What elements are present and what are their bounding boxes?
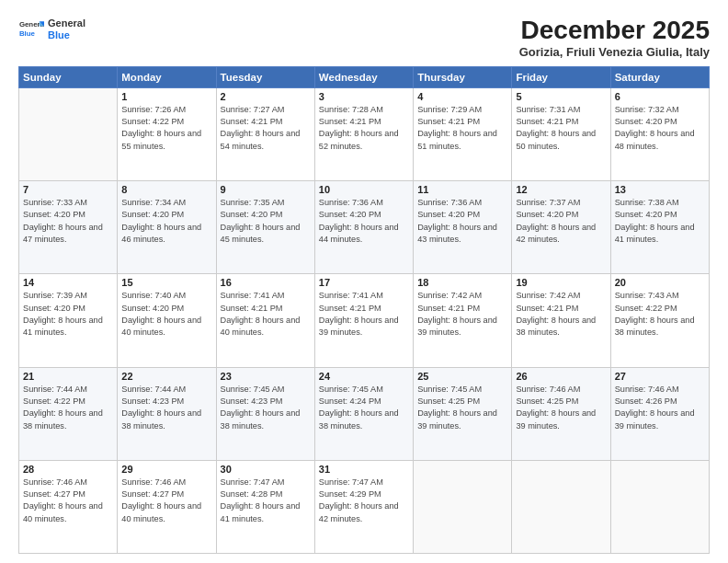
- day-info: Sunrise: 7:31 AMSunset: 4:21 PMDaylight:…: [516, 104, 606, 153]
- day-info: Sunrise: 7:44 AMSunset: 4:23 PMDaylight:…: [121, 384, 211, 432]
- page: General Blue General Blue December 2025 …: [0, 0, 728, 563]
- calendar-cell: 30Sunrise: 7:47 AMSunset: 4:28 PMDayligh…: [216, 460, 314, 553]
- logo-blue: Blue: [48, 29, 85, 41]
- day-info: Sunrise: 7:46 AMSunset: 4:27 PMDaylight:…: [23, 477, 113, 525]
- calendar-cell: 13Sunrise: 7:38 AMSunset: 4:20 PMDayligh…: [610, 181, 709, 274]
- calendar-cell: 2Sunrise: 7:27 AMSunset: 4:21 PMDaylight…: [216, 87, 314, 180]
- calendar-cell: 4Sunrise: 7:29 AMSunset: 4:21 PMDaylight…: [414, 87, 512, 180]
- title-block: December 2025 Gorizia, Friuli Venezia Gi…: [519, 17, 710, 59]
- day-info: Sunrise: 7:42 AMSunset: 4:21 PMDaylight:…: [417, 290, 507, 339]
- calendar-cell: 10Sunrise: 7:36 AMSunset: 4:20 PMDayligh…: [314, 181, 413, 274]
- day-number: 10: [319, 184, 409, 195]
- calendar-cell: 20Sunrise: 7:43 AMSunset: 4:22 PMDayligh…: [610, 274, 709, 367]
- day-info: Sunrise: 7:45 AMSunset: 4:24 PMDaylight:…: [319, 384, 409, 432]
- calendar-cell: 18Sunrise: 7:42 AMSunset: 4:21 PMDayligh…: [414, 274, 512, 367]
- calendar-cell: 8Sunrise: 7:34 AMSunset: 4:20 PMDaylight…: [118, 181, 216, 274]
- calendar-cell: 22Sunrise: 7:44 AMSunset: 4:23 PMDayligh…: [118, 367, 216, 460]
- day-number: 3: [319, 91, 409, 102]
- calendar-cell: [414, 460, 512, 553]
- calendar-cell: [610, 460, 709, 553]
- calendar-cell: 7Sunrise: 7:33 AMSunset: 4:20 PMDaylight…: [19, 181, 118, 274]
- calendar-cell: 26Sunrise: 7:46 AMSunset: 4:25 PMDayligh…: [512, 367, 610, 460]
- day-info: Sunrise: 7:46 AMSunset: 4:26 PMDaylight:…: [615, 384, 705, 432]
- day-number: 25: [417, 371, 507, 382]
- location: Gorizia, Friuli Venezia Giulia, Italy: [519, 45, 710, 59]
- day-info: Sunrise: 7:41 AMSunset: 4:21 PMDaylight:…: [319, 290, 409, 339]
- calendar-cell: 23Sunrise: 7:45 AMSunset: 4:23 PMDayligh…: [216, 367, 314, 460]
- col-header-wednesday: Wednesday: [314, 66, 413, 87]
- logo-text: General Blue: [48, 17, 85, 40]
- calendar-cell: [19, 87, 118, 180]
- day-number: 4: [417, 91, 507, 102]
- col-header-thursday: Thursday: [414, 66, 512, 87]
- calendar-cell: 19Sunrise: 7:42 AMSunset: 4:21 PMDayligh…: [512, 274, 610, 367]
- day-info: Sunrise: 7:39 AMSunset: 4:20 PMDaylight:…: [23, 290, 113, 339]
- col-header-tuesday: Tuesday: [216, 66, 314, 87]
- day-info: Sunrise: 7:44 AMSunset: 4:22 PMDaylight:…: [23, 384, 113, 432]
- day-number: 12: [516, 184, 606, 195]
- day-number: 22: [121, 371, 211, 382]
- day-number: 5: [516, 91, 606, 102]
- day-number: 14: [23, 277, 113, 288]
- calendar-cell: 3Sunrise: 7:28 AMSunset: 4:21 PMDaylight…: [314, 87, 413, 180]
- day-number: 19: [516, 277, 606, 288]
- calendar-cell: 29Sunrise: 7:46 AMSunset: 4:27 PMDayligh…: [118, 460, 216, 553]
- day-number: 6: [615, 91, 705, 102]
- day-number: 17: [319, 277, 409, 288]
- calendar-cell: 9Sunrise: 7:35 AMSunset: 4:20 PMDaylight…: [216, 181, 314, 274]
- calendar-cell: 21Sunrise: 7:44 AMSunset: 4:22 PMDayligh…: [19, 367, 118, 460]
- day-info: Sunrise: 7:45 AMSunset: 4:25 PMDaylight:…: [417, 384, 507, 432]
- day-info: Sunrise: 7:36 AMSunset: 4:20 PMDaylight:…: [417, 197, 507, 246]
- calendar-cell: 16Sunrise: 7:41 AMSunset: 4:21 PMDayligh…: [216, 274, 314, 367]
- calendar-cell: 11Sunrise: 7:36 AMSunset: 4:20 PMDayligh…: [414, 181, 512, 274]
- day-number: 24: [319, 371, 409, 382]
- month-title: December 2025: [519, 17, 710, 45]
- day-number: 7: [23, 184, 113, 195]
- svg-text:Blue: Blue: [19, 29, 36, 38]
- calendar-cell: 28Sunrise: 7:46 AMSunset: 4:27 PMDayligh…: [19, 460, 118, 553]
- day-info: Sunrise: 7:37 AMSunset: 4:20 PMDaylight:…: [516, 197, 606, 246]
- calendar-week-2: 7Sunrise: 7:33 AMSunset: 4:20 PMDaylight…: [19, 181, 710, 274]
- day-info: Sunrise: 7:33 AMSunset: 4:20 PMDaylight:…: [23, 197, 113, 246]
- calendar-week-1: 1Sunrise: 7:26 AMSunset: 4:22 PMDaylight…: [19, 87, 710, 180]
- logo-icon: General Blue: [18, 17, 44, 42]
- calendar-cell: 14Sunrise: 7:39 AMSunset: 4:20 PMDayligh…: [19, 274, 118, 367]
- day-info: Sunrise: 7:27 AMSunset: 4:21 PMDaylight:…: [221, 104, 311, 153]
- day-info: Sunrise: 7:28 AMSunset: 4:21 PMDaylight:…: [319, 104, 409, 153]
- day-number: 18: [417, 277, 507, 288]
- calendar-cell: 17Sunrise: 7:41 AMSunset: 4:21 PMDayligh…: [314, 274, 413, 367]
- calendar-cell: 31Sunrise: 7:47 AMSunset: 4:29 PMDayligh…: [314, 460, 413, 553]
- day-number: 29: [121, 464, 211, 475]
- col-header-friday: Friday: [512, 66, 610, 87]
- day-number: 23: [221, 371, 311, 382]
- calendar-header-row: SundayMondayTuesdayWednesdayThursdayFrid…: [19, 66, 710, 87]
- day-info: Sunrise: 7:38 AMSunset: 4:20 PMDaylight:…: [615, 197, 705, 246]
- logo: General Blue General Blue: [18, 17, 85, 42]
- day-info: Sunrise: 7:47 AMSunset: 4:29 PMDaylight:…: [319, 477, 409, 525]
- calendar-cell: 12Sunrise: 7:37 AMSunset: 4:20 PMDayligh…: [512, 181, 610, 274]
- day-info: Sunrise: 7:46 AMSunset: 4:25 PMDaylight:…: [516, 384, 606, 432]
- calendar-cell: 5Sunrise: 7:31 AMSunset: 4:21 PMDaylight…: [512, 87, 610, 180]
- day-number: 28: [23, 464, 113, 475]
- calendar-cell: [512, 460, 610, 553]
- header: General Blue General Blue December 2025 …: [18, 17, 710, 59]
- day-number: 27: [615, 371, 705, 382]
- day-info: Sunrise: 7:32 AMSunset: 4:20 PMDaylight:…: [615, 104, 705, 153]
- day-number: 26: [516, 371, 606, 382]
- day-info: Sunrise: 7:45 AMSunset: 4:23 PMDaylight:…: [221, 384, 311, 432]
- calendar-week-3: 14Sunrise: 7:39 AMSunset: 4:20 PMDayligh…: [19, 274, 710, 367]
- day-number: 15: [121, 277, 211, 288]
- day-number: 1: [121, 91, 211, 102]
- day-info: Sunrise: 7:29 AMSunset: 4:21 PMDaylight:…: [417, 104, 507, 153]
- day-info: Sunrise: 7:47 AMSunset: 4:28 PMDaylight:…: [221, 477, 311, 525]
- calendar-cell: 1Sunrise: 7:26 AMSunset: 4:22 PMDaylight…: [118, 87, 216, 180]
- day-info: Sunrise: 7:40 AMSunset: 4:20 PMDaylight:…: [121, 290, 211, 339]
- calendar-week-4: 21Sunrise: 7:44 AMSunset: 4:22 PMDayligh…: [19, 367, 710, 460]
- day-number: 30: [221, 464, 311, 475]
- day-number: 16: [221, 277, 311, 288]
- calendar-cell: 15Sunrise: 7:40 AMSunset: 4:20 PMDayligh…: [118, 274, 216, 367]
- col-header-saturday: Saturday: [610, 66, 709, 87]
- day-number: 8: [121, 184, 211, 195]
- day-number: 20: [615, 277, 705, 288]
- calendar-cell: 27Sunrise: 7:46 AMSunset: 4:26 PMDayligh…: [610, 367, 709, 460]
